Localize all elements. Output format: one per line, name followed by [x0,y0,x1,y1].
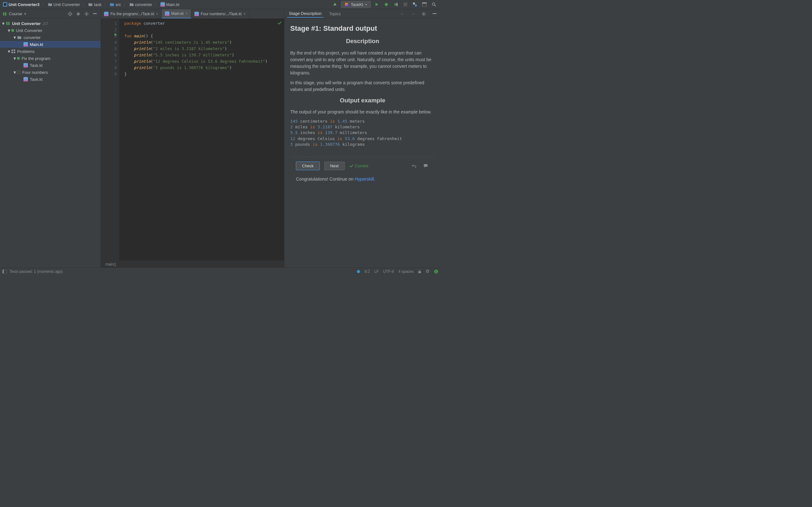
course-panel-title[interactable]: Course ▾ [3,11,65,16]
code-text[interactable]: package converter fun main() { println("… [119,19,284,261]
tree-package[interactable]: ▼ converter [0,34,101,41]
target-icon[interactable] [67,11,73,17]
indent[interactable]: 4 spaces [398,269,414,274]
svg-rect-7 [403,3,407,6]
tests-status[interactable]: Tests passed: 1 (moments ago) [9,269,62,274]
svg-point-12 [432,3,435,5]
svg-point-15 [70,13,71,14]
tree-problem2[interactable]: ▼ Four numbers [0,69,101,76]
svg-rect-26 [14,52,15,53]
book-icon [3,12,7,16]
check-button[interactable]: Check [296,162,320,170]
status-correct: Correct [349,163,368,169]
chevron-right-icon: 〉 [154,2,158,7]
svg-rect-21 [93,13,97,14]
tree-problem1[interactable]: ▼ Fix the program [0,55,101,62]
kotlin-file-icon [194,12,199,16]
tree-problem1-file[interactable]: Task.kt [0,62,101,69]
description-text: In this stage, you will write a program … [290,79,435,93]
analysis-ok-icon[interactable] [277,20,282,25]
run-gutter-icon[interactable] [114,33,117,36]
folder-icon [130,3,134,6]
close-icon[interactable]: × [186,11,188,16]
tab-stage-description[interactable]: Stage Description [287,10,323,18]
check-icon [349,164,353,168]
progress-indicator[interactable] [357,270,360,273]
git-icon[interactable] [411,1,418,8]
undo-icon[interactable] [411,162,418,169]
kotlin-file-icon [23,63,28,67]
output-example: 145 centimeters is 1.45 meters 2 miles i… [290,118,435,147]
svg-point-40 [427,271,428,272]
folder-icon [110,3,114,6]
svg-point-33 [423,13,424,14]
tree-problem2-file[interactable]: Task.kt [0,76,101,83]
chevron-right-icon: 〉 [82,2,86,7]
empty-square-icon [17,71,20,74]
kotlin-file-icon [104,12,108,16]
hyperskill-link[interactable]: Hyperskill [355,176,374,181]
status-square-icon [17,57,20,60]
minimize-icon[interactable] [92,11,98,17]
lock-icon[interactable] [418,270,421,274]
svg-rect-28 [17,71,20,74]
next-button[interactable]: Next [324,162,345,170]
breadcrumb-function[interactable]: main() [105,262,116,267]
tree-stage[interactable]: ▼ Unit Converter [0,27,101,34]
chevron-right-icon: 〉 [123,2,127,7]
svg-rect-24 [14,49,15,51]
tab-topics[interactable]: Topics [327,10,343,17]
folder-icon [88,3,93,6]
minimize-icon[interactable] [431,10,438,17]
tree-file-main[interactable]: Main.kt [0,41,101,48]
notification-badge[interactable]: 1 [434,270,438,274]
close-icon[interactable]: × [156,12,158,16]
gear-icon[interactable] [420,10,427,17]
run-coverage-button[interactable] [392,1,399,8]
window-layout-icon[interactable] [421,1,428,8]
gear-icon[interactable] [84,11,90,17]
chevron-down-icon: ▾ [365,2,367,7]
kotlin-file-icon [165,11,169,16]
expand-icon[interactable] [75,11,82,17]
nav-forward-icon[interactable]: → [409,10,416,17]
tree-problems[interactable]: ▼ Problems [0,48,101,55]
svg-point-20 [86,13,87,14]
stage-title: Stage #1: Standard output [290,23,435,34]
code-editor[interactable]: 123456789 package converter fun main() {… [101,19,284,261]
project-icon [3,2,7,7]
tool-window-icon[interactable] [3,270,7,274]
inspector-icon[interactable] [426,269,430,274]
svg-rect-11 [422,3,426,3]
breadcrumb[interactable]: Unit Converter3 〉 Unit Converter 〉 task … [2,2,181,8]
svg-rect-34 [433,13,437,14]
editor-tab[interactable]: Fix the program/.../Task.kt × [101,9,162,18]
cursor-position[interactable]: 9:2 [364,269,370,274]
description-text: By the end of this project, you will hav… [290,50,435,76]
svg-rect-35 [424,164,427,167]
close-icon[interactable]: × [243,12,246,16]
stop-button [402,1,409,8]
congrats-text: Congratulations! Continue on Hyperskill. [296,176,429,182]
run-button[interactable] [373,1,380,8]
tree-project[interactable]: ▼ Unit Converter 2/7 [0,20,101,27]
nav-back-icon[interactable]: ← [399,10,406,17]
status-square-icon [11,29,14,32]
section-heading: Output example [290,96,435,105]
debug-button[interactable] [383,1,390,8]
svg-rect-37 [3,270,4,274]
svg-rect-8 [413,3,415,4]
comment-icon[interactable] [422,162,429,169]
chevron-right-icon: 〉 [104,2,107,7]
search-everywhere-icon[interactable] [430,1,438,8]
editor-tab[interactable]: Four numbers/.../Task.kt × [191,9,249,18]
section-heading: Description [290,37,435,46]
editor-tab-active[interactable]: Main.kt × [162,9,191,18]
modules-icon [11,49,15,53]
encoding[interactable]: UTF-8 [383,269,394,274]
kotlin-file-icon [160,2,165,7]
line-ending[interactable]: LF [374,269,379,274]
chevron-right-icon: 〉 [42,2,46,7]
run-config-dropdown[interactable]: TaskKt ▾ [341,1,371,8]
build-icon[interactable] [332,1,339,8]
